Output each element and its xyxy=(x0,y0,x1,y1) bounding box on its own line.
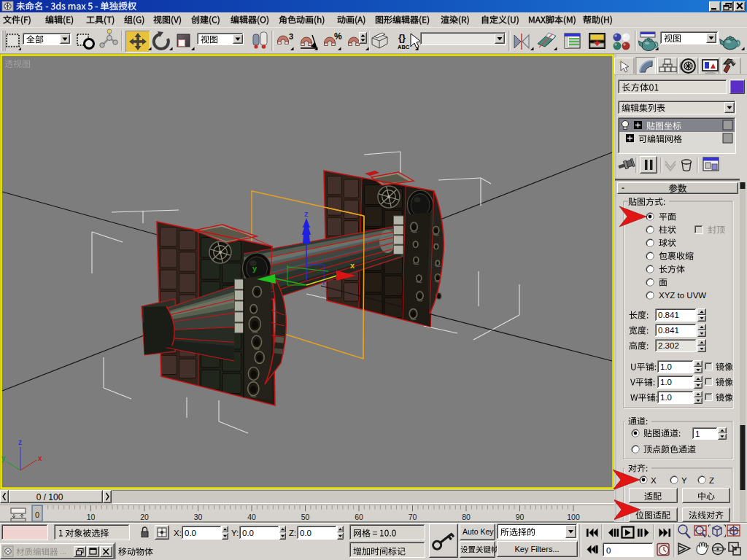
svg-text:50: 50 xyxy=(301,513,310,521)
svg-text:XYZ to UVW: XYZ to UVW xyxy=(659,291,706,300)
svg-text:0 / 100: 0 / 100 xyxy=(36,492,63,502)
svg-text:10: 10 xyxy=(87,513,96,521)
svg-text:70: 70 xyxy=(409,513,417,521)
svg-text:Key Filters...: Key Filters... xyxy=(514,545,559,553)
svg-text:Y:: Y: xyxy=(231,529,239,537)
svg-text:0.0: 0.0 xyxy=(185,529,196,537)
svg-text:...: ... xyxy=(60,547,66,556)
svg-text:%: % xyxy=(334,31,342,42)
svg-text:0: 0 xyxy=(606,546,611,555)
svg-text:0.0: 0.0 xyxy=(300,529,311,537)
svg-text:X:: X: xyxy=(174,529,182,537)
svg-text:z: z xyxy=(304,209,309,218)
svg-text:1.0: 1.0 xyxy=(660,378,672,386)
svg-text:1: 1 xyxy=(695,429,700,438)
svg-text:0.841: 0.841 xyxy=(658,326,679,335)
svg-text:y: y xyxy=(252,264,258,273)
svg-text:0.841: 0.841 xyxy=(658,311,679,319)
svg-text:40: 40 xyxy=(247,513,256,521)
svg-text:Z:: Z: xyxy=(289,529,296,537)
svg-text:1.0: 1.0 xyxy=(660,393,672,402)
svg-text:X: X xyxy=(651,476,657,485)
svg-text:2.302: 2.302 xyxy=(658,341,679,350)
svg-text:100: 100 xyxy=(567,513,580,521)
svg-text:Auto Key: Auto Key xyxy=(462,527,494,536)
svg-text:{}: {} xyxy=(398,32,406,43)
svg-text:x: x xyxy=(38,454,42,462)
svg-text:ABC: ABC xyxy=(398,44,410,50)
svg-text:-: - xyxy=(622,183,624,193)
svg-text:80: 80 xyxy=(462,513,471,521)
svg-text:1.0: 1.0 xyxy=(660,362,672,371)
svg-text:0.0: 0.0 xyxy=(242,529,254,537)
svg-text:y: y xyxy=(1,454,6,462)
svg-text:30: 30 xyxy=(194,513,203,521)
svg-text:z: z xyxy=(18,438,22,446)
svg-text:Y: Y xyxy=(681,476,687,485)
svg-text:0: 0 xyxy=(35,510,39,519)
svg-text:20: 20 xyxy=(140,513,149,521)
svg-text:x: x xyxy=(350,261,355,270)
svg-text:3: 3 xyxy=(289,32,293,41)
svg-text:60: 60 xyxy=(355,513,363,521)
svg-text:90: 90 xyxy=(516,513,525,521)
svg-text:Z: Z xyxy=(709,476,714,485)
